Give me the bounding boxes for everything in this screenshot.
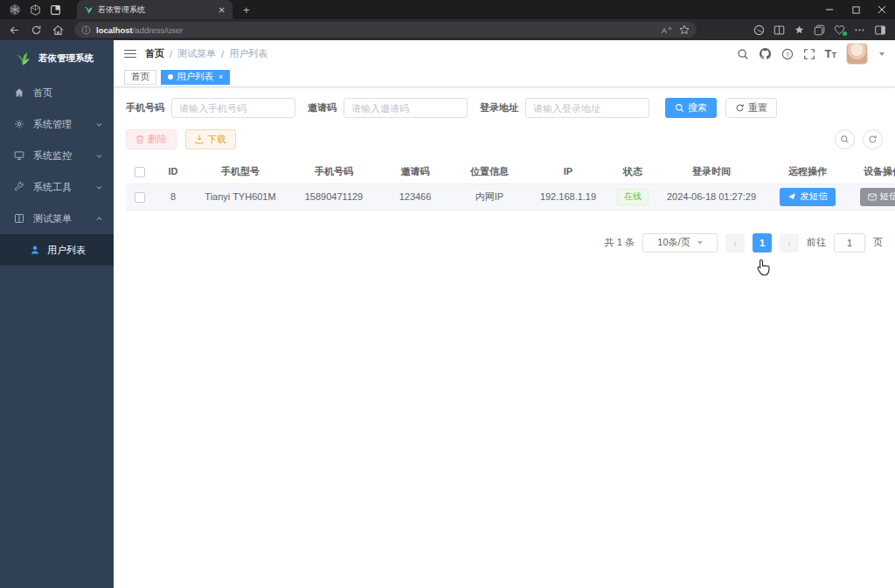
refresh-table-button[interactable] xyxy=(863,129,883,149)
browser-essentials-icon[interactable] xyxy=(834,24,845,35)
help-icon[interactable]: ? xyxy=(781,48,794,60)
sidebar-item-label: 用户列表 xyxy=(47,244,86,257)
column-status: 状态 xyxy=(608,160,657,183)
read-aloud-icon[interactable]: A xyxy=(661,25,672,35)
tab-close-icon[interactable]: × xyxy=(219,73,223,81)
sidebar-toggle-icon[interactable] xyxy=(124,50,136,59)
breadcrumb-home[interactable]: 首页 xyxy=(145,47,164,60)
close-window-button[interactable] xyxy=(869,0,895,19)
download-icon xyxy=(195,135,204,144)
back-icon[interactable] xyxy=(9,24,20,36)
site-info-icon[interactable] xyxy=(81,25,91,35)
gear-icon xyxy=(14,119,24,129)
github-icon[interactable] xyxy=(759,47,772,60)
column-invite-code: 邀请码 xyxy=(379,160,451,183)
next-page-button[interactable]: › xyxy=(780,233,799,252)
reset-button[interactable]: 重置 xyxy=(725,98,777,118)
avatar-caret-icon[interactable] xyxy=(879,52,885,56)
sidebar-item-label: 系统工具 xyxy=(33,181,87,194)
refresh-icon xyxy=(735,103,745,113)
app-navbar: 首页 / 测试菜单 / 用户列表 ? T xyxy=(114,40,895,67)
user-table: ID 手机型号 手机号码 邀请码 位置信息 IP 状态 登录时间 远程操作 设备… xyxy=(126,160,895,211)
prev-page-button[interactable]: ‹ xyxy=(725,233,745,252)
search-button[interactable]: 搜索 xyxy=(665,98,717,118)
active-tab-dot xyxy=(168,74,173,80)
fullscreen-icon[interactable] xyxy=(803,48,815,60)
filter-form: 手机号码 邀请码 登录地址 搜索 重置 xyxy=(126,98,883,118)
send-sms-button[interactable]: 发短信 xyxy=(780,188,836,206)
more-menu-icon[interactable] xyxy=(854,24,865,36)
workspaces-icon[interactable] xyxy=(30,4,41,16)
column-phone-number: 手机号码 xyxy=(288,160,379,183)
tab-close-icon[interactable]: ✕ xyxy=(219,5,225,15)
page-size-select[interactable]: 10条/页 xyxy=(642,233,718,252)
delete-button[interactable]: 删除 xyxy=(126,129,177,149)
status-badge: 在线 xyxy=(617,189,649,205)
tab-user-list[interactable]: 用户列表 × xyxy=(161,70,230,85)
goto-page-input[interactable] xyxy=(834,233,865,252)
minimize-button[interactable] xyxy=(816,0,843,19)
login-address-field-label: 登录地址 xyxy=(480,101,518,114)
chevron-down-icon xyxy=(697,241,703,245)
column-id: ID xyxy=(154,160,192,183)
phone-input[interactable] xyxy=(171,98,295,118)
maximize-button[interactable] xyxy=(843,0,869,19)
trash-icon xyxy=(135,135,144,144)
invite-code-field-label: 邀请码 xyxy=(308,101,336,114)
cell-id: 8 xyxy=(154,183,192,210)
search-icon xyxy=(840,135,850,144)
send-icon xyxy=(787,192,796,201)
avatar[interactable] xyxy=(846,43,868,65)
sidebar-item-system-tools[interactable]: 系统工具 xyxy=(0,171,114,203)
chevron-down-icon xyxy=(95,121,103,128)
search-icon[interactable] xyxy=(737,48,749,60)
select-all-checkbox[interactable] xyxy=(135,167,145,177)
refresh-icon xyxy=(868,135,878,144)
column-login-time: 登录时间 xyxy=(657,160,766,183)
favorites-bar-icon[interactable] xyxy=(794,24,805,36)
column-device-action: 设备操作 xyxy=(850,160,895,183)
page-content: 手机号码 邀请码 登录地址 搜索 重置 xyxy=(114,87,895,588)
sidebar-item-user-list[interactable]: 用户列表 xyxy=(0,234,114,266)
column-phone-model: 手机型号 xyxy=(192,160,288,183)
translate-icon[interactable] xyxy=(753,24,765,36)
url-bar[interactable]: localhost/address/user A xyxy=(74,22,697,38)
sidebar-item-label: 首页 xyxy=(33,86,103,100)
chevron-down-icon xyxy=(95,152,103,160)
sidebar-item-test-menu[interactable]: 测试菜单 xyxy=(0,203,114,234)
svg-text:A: A xyxy=(662,25,667,34)
invite-code-input[interactable] xyxy=(343,98,468,118)
row-checkbox[interactable] xyxy=(135,192,145,203)
app-logo[interactable]: 若依管理系统 xyxy=(0,40,114,77)
font-size-icon[interactable]: TT xyxy=(825,47,836,60)
tab-label: 用户列表 xyxy=(177,71,213,83)
tags-view: 首页 用户列表 × xyxy=(114,67,895,87)
sidebar-item-system-management[interactable]: 系统管理 xyxy=(0,108,114,140)
download-button[interactable]: 下载 xyxy=(185,129,236,149)
chevron-down-icon xyxy=(95,183,103,191)
add-favorite-icon[interactable] xyxy=(679,24,690,35)
login-address-input[interactable] xyxy=(525,98,649,118)
logo-text: 若依管理系统 xyxy=(38,52,94,65)
browser-tab-title: 若依管理系统 xyxy=(98,4,213,16)
sms-button[interactable]: 短信 xyxy=(860,188,895,206)
logo-leaf-icon xyxy=(14,50,31,67)
browser-tab[interactable]: 若依管理系统 ✕ xyxy=(77,0,232,19)
cell-ip: 192.168.1.19 xyxy=(528,183,608,210)
new-tab-button[interactable]: + xyxy=(243,3,250,17)
breadcrumb-separator: / xyxy=(221,49,224,59)
page-1-button[interactable]: 1 xyxy=(753,233,772,252)
toggle-search-button[interactable] xyxy=(835,129,855,149)
sidebar: 若依管理系统 首页 系统管理 系统监控 xyxy=(0,40,114,588)
tab-home[interactable]: 首页 xyxy=(124,70,156,85)
refresh-icon[interactable] xyxy=(31,24,42,36)
sidebar-panel-icon[interactable] xyxy=(874,24,886,36)
sidebar-item-system-monitor[interactable]: 系统监控 xyxy=(0,140,114,171)
home-icon[interactable] xyxy=(52,24,64,36)
sidebar-item-label: 测试菜单 xyxy=(33,212,87,225)
sidebar-item-home[interactable]: 首页 xyxy=(0,77,114,108)
browser-logo-icon[interactable] xyxy=(9,3,21,16)
tab-actions-icon[interactable] xyxy=(50,4,61,16)
collections-icon[interactable] xyxy=(814,24,825,36)
split-screen-icon[interactable] xyxy=(774,24,785,36)
